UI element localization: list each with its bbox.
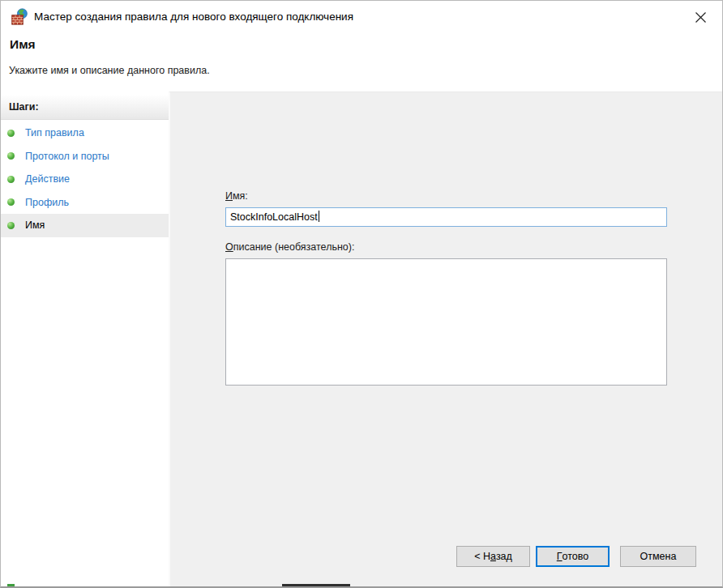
back-button-accesskey: а [490,551,496,562]
titlebar: Мастер создания правила для нового входя… [1,1,722,33]
steps-list: Тип правилаПротокол и портыДействиеПрофи… [1,121,169,237]
step-bullet-icon [7,152,15,160]
finish-button-accesskey: Г [557,551,563,562]
step-bullet-icon [7,130,15,137]
step-label: Действие [25,173,70,185]
sidebar-step[interactable]: Действие [1,168,169,191]
sidebar-step[interactable]: Тип правила [1,121,169,145]
name-label-accesskey: И [225,190,233,202]
page-subtitle: Укажите имя и описание данного правила. [9,65,210,76]
steps-heading: Шаги: [1,96,169,120]
back-button[interactable]: < Назад [456,546,530,567]
step-label: Профиль [25,197,69,208]
sidebar-step: Имя [1,214,169,237]
content-area: Шаги: Тип правилаПротокол и портыДействи… [1,92,722,586]
name-input-value: StockInfoLocalHost [230,211,318,223]
step-bullet-icon [7,176,15,183]
close-icon [695,11,707,23]
close-button[interactable] [682,1,719,33]
sidebar-step[interactable]: Профиль [1,191,169,215]
steps-sidebar: Шаги: Тип правилаПротокол и портыДействи… [1,92,169,586]
screen-edge-artifact [7,584,15,586]
step-bullet-icon [7,222,15,229]
description-label-rest: писание (необязательно): [233,241,355,253]
firewall-icon [11,8,28,25]
cancel-button-label: Отмена [640,551,677,562]
window-title: Мастер создания правила для нового входя… [34,1,353,33]
name-label-rest: мя: [233,190,248,202]
step-label: Тип правила [25,127,84,138]
wizard-window: Мастер создания правила для нового входя… [0,0,723,588]
description-input[interactable] [225,258,667,386]
finish-button-rest: отово [563,551,589,562]
step-label: Имя [25,219,45,231]
step-label: Протокол и порты [25,151,109,162]
description-label: Описание (необязательно): [225,241,354,253]
back-button-pre: < Н [474,551,490,562]
step-bullet-icon [7,198,15,206]
finish-button[interactable]: Готово [536,546,610,567]
name-label: Имя: [225,190,248,202]
back-button-rest: зад [496,551,512,562]
name-input[interactable]: StockInfoLocalHost [225,207,667,227]
page-title: Имя [10,37,36,52]
cancel-button[interactable]: Отмена [620,546,696,567]
description-label-accesskey: О [225,241,233,253]
screen-edge-artifact [282,584,350,586]
wizard-page: Имя: StockInfoLocalHost Описание (необяз… [169,92,722,586]
text-caret [319,211,319,222]
sidebar-step[interactable]: Протокол и порты [1,145,169,168]
